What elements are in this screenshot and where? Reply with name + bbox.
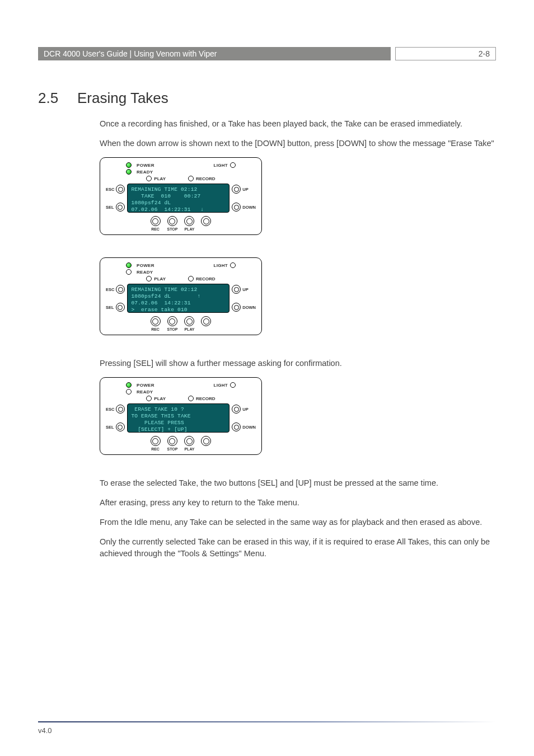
footer-rule — [38, 721, 496, 722]
lcd-screen: REMAINING TIME 02:12 TAKE 010 00:27 1080… — [127, 184, 229, 213]
footer-version: v4.0 — [38, 726, 52, 735]
esc-button[interactable] — [116, 185, 125, 194]
sel-button[interactable] — [116, 203, 125, 212]
record-led — [188, 276, 194, 281]
rec-button[interactable] — [151, 436, 161, 446]
power-led — [126, 162, 132, 168]
sel-button[interactable] — [116, 303, 125, 312]
esc-button[interactable] — [116, 405, 125, 414]
play-btn-label: PLAY — [184, 447, 194, 451]
stop-label: STOP — [167, 327, 178, 331]
esc-button[interactable] — [116, 285, 125, 294]
power-led — [126, 262, 132, 268]
down-button[interactable] — [232, 422, 241, 431]
ready-label: READY — [137, 389, 153, 395]
light-led — [230, 382, 236, 388]
play-btn-label: PLAY — [184, 327, 194, 331]
sel-button[interactable] — [116, 422, 125, 431]
light-label: LIGHT — [214, 263, 228, 268]
light-led — [230, 262, 236, 268]
device-panel: POWER LIGHT READY PLAY RECORD ESC SEL RE… — [100, 157, 262, 235]
paragraph: After erasing, press any key to return t… — [100, 497, 496, 509]
ready-label: READY — [137, 270, 153, 275]
play-button[interactable] — [184, 216, 194, 226]
down-label: DOWN — [242, 425, 256, 430]
power-label: POWER — [137, 263, 154, 268]
esc-label: ESC — [106, 407, 114, 412]
power-label: POWER — [137, 383, 154, 388]
record-label: RECORD — [196, 396, 216, 401]
section-title: Erasing Takes — [77, 90, 168, 107]
paragraph: When the down arrow is shown next to the… — [100, 138, 496, 149]
down-label: DOWN — [242, 205, 256, 210]
header-breadcrumb: DCR 4000 User's Guide | Using Venom with… — [38, 47, 391, 60]
lcd-screen: REMAINING TIME 02:12 1080psf24 dL ↑ 07.0… — [127, 284, 229, 313]
play-label: PLAY — [154, 276, 166, 281]
lcd-screen: ERASE TAKE 10 ? TO ERASE THIS TAKE PLEAS… — [127, 403, 229, 433]
esc-label: ESC — [106, 187, 114, 192]
play-button[interactable] — [184, 316, 194, 326]
rec-label: REC — [151, 327, 160, 331]
down-button[interactable] — [232, 203, 241, 212]
light-label: LIGHT — [214, 383, 228, 388]
down-button[interactable] — [232, 303, 241, 312]
power-label: POWER — [137, 163, 154, 168]
play-label: PLAY — [154, 176, 166, 181]
blank-button[interactable] — [201, 436, 211, 446]
section-heading: 2.5 Erasing Takes — [38, 90, 496, 107]
esc-label: ESC — [106, 287, 114, 292]
up-label: UP — [242, 187, 248, 192]
stop-button[interactable] — [167, 316, 177, 326]
up-button[interactable] — [232, 285, 241, 294]
paragraph: To erase the selected Take, the two butt… — [100, 477, 496, 489]
light-label: LIGHT — [214, 163, 228, 168]
up-label: UP — [242, 407, 248, 412]
rec-button[interactable] — [151, 216, 161, 226]
paragraph: Once a recording has finished, or a Take… — [100, 118, 496, 130]
ready-led — [126, 269, 132, 275]
device-panel: POWER LIGHT READY PLAY RECORD ESC SEL ER… — [100, 377, 262, 455]
blank-button[interactable] — [201, 216, 211, 226]
up-button[interactable] — [232, 185, 241, 194]
stop-label: STOP — [167, 447, 178, 451]
play-led — [146, 176, 152, 181]
paragraph: Only the currently selected Take can be … — [100, 536, 496, 560]
power-led — [126, 382, 132, 388]
play-led — [146, 276, 152, 281]
stop-button[interactable] — [167, 216, 177, 226]
device-panel: POWER LIGHT READY PLAY RECORD ESC SEL RE… — [100, 257, 262, 335]
page-number: 2-8 — [395, 47, 496, 60]
record-led — [188, 176, 194, 181]
play-button[interactable] — [184, 436, 194, 446]
play-btn-label: PLAY — [184, 227, 194, 231]
up-label: UP — [242, 287, 248, 292]
sel-label: SEL — [106, 425, 114, 430]
blank-button[interactable] — [201, 316, 211, 326]
ready-label: READY — [137, 170, 153, 175]
rec-label: REC — [151, 447, 160, 451]
page-header: DCR 4000 User's Guide | Using Venom with… — [38, 47, 496, 60]
section-number: 2.5 — [38, 90, 77, 107]
stop-button[interactable] — [167, 436, 177, 446]
ready-led — [126, 389, 132, 395]
record-label: RECORD — [196, 176, 216, 181]
light-led — [230, 162, 236, 168]
down-label: DOWN — [242, 305, 256, 310]
stop-label: STOP — [167, 227, 178, 231]
play-label: PLAY — [154, 396, 166, 401]
sel-label: SEL — [106, 205, 114, 210]
paragraph: From the Idle menu, any Take can be sele… — [100, 516, 496, 528]
record-label: RECORD — [196, 276, 216, 281]
record-led — [188, 396, 194, 401]
rec-button[interactable] — [151, 316, 161, 326]
up-button[interactable] — [232, 405, 241, 414]
rec-label: REC — [151, 227, 160, 231]
sel-label: SEL — [106, 305, 114, 310]
ready-led — [126, 169, 132, 175]
paragraph: Pressing [SEL] will show a further messa… — [100, 358, 496, 369]
play-led — [146, 396, 152, 401]
